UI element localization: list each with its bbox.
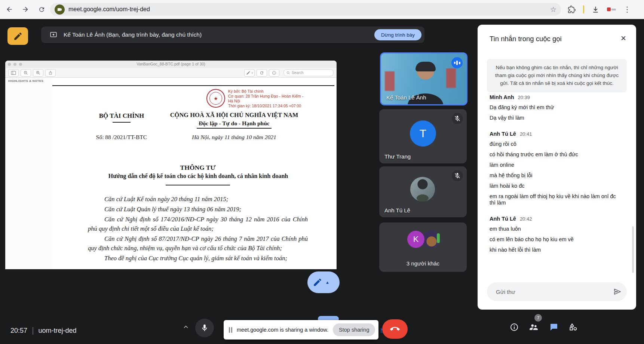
annotation-extension-button[interactable]: [7, 27, 28, 45]
people-icon: [529, 322, 539, 332]
zoom-out-button[interactable]: [21, 69, 31, 77]
seal-star-icon: ★: [209, 92, 222, 105]
bookmark-star-icon[interactable]: ☆: [550, 5, 556, 14]
pdf-search-placeholder: Search: [292, 71, 304, 75]
chat-message-line: khi nào hết lỗi thì làm: [490, 247, 621, 253]
document-paragraph: Căn cứ Nghị định số 174/2016/NĐ-CP ngày …: [88, 215, 308, 233]
close-icon[interactable]: ✕: [620, 34, 626, 43]
chat-author: Anh Tú Lê: [490, 216, 516, 222]
participants-button[interactable]: [529, 322, 539, 332]
participant-name: Thư Trang: [384, 153, 411, 160]
speaking-indicator-icon: [451, 57, 463, 68]
participant-tile-ke-toan-le-anh[interactable]: Kế Toán Lê Ảnh: [380, 52, 467, 105]
share-export-button[interactable]: [45, 69, 56, 77]
participant-tile-others[interactable]: K 3 người khác: [379, 222, 467, 272]
participant-tile-thu-trang[interactable]: T Thư Trang: [379, 109, 467, 163]
chat-message-line: mà hệ thống bị lỗi: [490, 172, 621, 179]
place-and-date: Hà Nội, ngày 11 tháng 10 năm 2021: [163, 134, 306, 141]
avatar-initial: K: [413, 234, 419, 244]
stop-sharing-button[interactable]: Stop sharing: [333, 323, 375, 336]
stop-presenting-button[interactable]: Dừng trình bày: [374, 29, 421, 40]
signature-line: Hà Nội: [228, 99, 337, 104]
chat-message-line: em thua luôn: [490, 226, 621, 232]
chat-message-list: Minh Anh 20:39 Dạ đăng ký mới thì em thử…: [490, 94, 621, 253]
page-top-border: [52, 85, 334, 86]
caret-up-icon[interactable]: ▲: [325, 280, 329, 285]
download-icon[interactable]: [592, 6, 599, 13]
participant-name: Anh Tú Lê: [384, 207, 410, 214]
chat-message-line: Dạ đăng ký mới thì em thử: [490, 104, 621, 111]
divider: [33, 327, 33, 335]
rotate-button[interactable]: [257, 69, 267, 77]
camera-in-use-icon: [55, 4, 65, 15]
mic-icon: [200, 324, 209, 332]
meeting-details-button[interactable]: [509, 322, 519, 332]
chat-message-header: Minh Anh 20:39: [490, 94, 621, 100]
highlights-notes-label: HIGHLIGHTS & NOTES: [8, 79, 43, 83]
republic-line1: CỘNG HOÀ XÃ HỘI CHỦ NGHĨA VIỆT NAM: [163, 111, 306, 119]
markup-pencil-button[interactable]: v: [244, 69, 255, 77]
chat-message-line: có hồi tháng trước em làm ở thủ đức: [490, 151, 621, 158]
participant-tile-anh-tu-le[interactable]: Anh Tú Lê: [379, 166, 467, 217]
activities-button[interactable]: [568, 322, 578, 332]
url-text: meet.google.com/uom-trej-ded: [68, 6, 150, 13]
google-meet-window: meet.google.com/uom-trej-ded ☆ ⋮ Kế Toán…: [0, 0, 644, 344]
chat-message-line: em ra ngoài làm off thioj họ kiu về khi …: [490, 193, 621, 206]
pen-icon: [313, 277, 322, 287]
chat-timestamp: 20:39: [518, 95, 530, 100]
forward-button[interactable]: [19, 3, 32, 16]
address-bar[interactable]: meet.google.com/uom-trej-ded ☆: [50, 3, 561, 16]
annotation-tools-button[interactable]: ▲: [307, 271, 340, 293]
signature-line: Ký bởi: Bộ Tài chính: [228, 89, 337, 94]
pdf-sidebar: HIGHLIGHTS & NOTES: [5, 78, 53, 269]
avatar-photo: [422, 230, 440, 248]
browser-menu-icon[interactable]: ⋮: [623, 6, 631, 13]
meeting-info-bar: 20:57 uom-trej-ded: [10, 327, 77, 335]
back-button[interactable]: [3, 3, 16, 16]
chat-author: Anh Tú Lê: [490, 131, 516, 137]
document-title: Hướng dẫn chế độ kế toán cho các hộ kinh…: [75, 173, 322, 179]
phone-hangup-icon: [390, 324, 400, 334]
document-paragraph: Căn cứ Luật Kế toán ngày 20 tháng 11 năm…: [88, 194, 308, 204]
chat-toggle-button[interactable]: [549, 322, 559, 332]
republic-motto: CỘNG HOÀ XÃ HỘI CHỦ NGHĨA VIỆT NAM Độc l…: [163, 111, 306, 127]
info-circle-button[interactable]: [269, 69, 279, 77]
avatar-initial: T: [420, 127, 426, 140]
pdf-search-field[interactable]: Search: [283, 69, 334, 76]
document-paragraph: Căn cứ Nghị định số 87/2017/NĐ-CP ngày 2…: [88, 234, 308, 253]
participants-count-badge: 7: [534, 314, 542, 322]
sidebar-view-button[interactable]: [8, 69, 19, 77]
chat-message-line: Dạ vậy thì làm: [490, 115, 621, 121]
browser-toolbar: meet.google.com/uom-trej-ded ☆ ⋮: [0, 0, 644, 19]
chevron-up-icon[interactable]: [183, 324, 189, 331]
chat-message-input[interactable]: [487, 282, 627, 301]
end-call-button[interactable]: [382, 319, 408, 339]
zoom-in-button[interactable]: [33, 69, 43, 77]
extension-logo-icon[interactable]: [607, 7, 616, 12]
microphone-button[interactable]: [195, 319, 214, 337]
chat-message-header: Anh Tú Lê 20:41: [490, 131, 621, 137]
meeting-code: uom-trej-ded: [39, 327, 77, 335]
video-person: [415, 62, 436, 71]
chat-scrollbar[interactable]: [632, 226, 634, 273]
video-background: [446, 68, 456, 88]
signature-line: Thời gian ký: 18/10/2021 17:34:05 +07:00: [228, 104, 337, 108]
reload-button[interactable]: [35, 3, 48, 16]
send-message-icon[interactable]: [613, 287, 622, 296]
others-count-label: 3 người khác: [379, 260, 467, 267]
drag-handle-icon[interactable]: [229, 327, 232, 333]
document-paragraphs: Căn cứ Luật Kế toán ngày 20 tháng 11 năm…: [88, 194, 308, 264]
avatar-photo: [410, 177, 435, 202]
pinned-extension-indicator: [583, 5, 584, 13]
pdf-window-title: VanBanGoc_88-BTC.pdf (page 1 of 30): [5, 62, 337, 66]
chat-message-line: đúng rồi cô: [490, 141, 621, 147]
government-seal: ★: [206, 89, 225, 108]
document-paragraph: Theo đề nghị của Cục trưởng Cục quản lý,…: [88, 254, 308, 263]
presenting-status-text: Kế Toán Lê Ảnh (Bạn, đang trình bày, đan…: [64, 31, 202, 38]
extensions-puzzle-icon[interactable]: [568, 6, 576, 13]
chat-message-header: Anh Tú Lê 20:42: [490, 216, 621, 222]
signature-line: Cơ quan: 28 Trần Hưng Đạo - Hoàn Kiếm -: [228, 94, 337, 99]
pen-annotation-icon: [13, 31, 23, 41]
pdf-page: ★ Ký bởi: Bộ Tài chính Cơ quan: 28 Trần …: [52, 78, 337, 269]
chat-timestamp: 20:41: [520, 131, 532, 137]
